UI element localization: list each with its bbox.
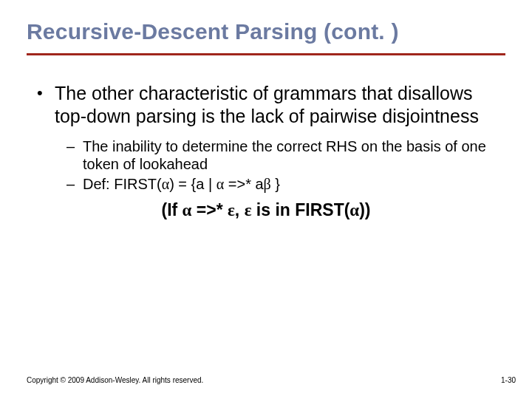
bullet-marker: •	[37, 82, 55, 127]
cen-p5: ))	[359, 200, 370, 219]
def-mid1: ) = {a |	[169, 176, 216, 192]
bullet-dash: –	[66, 137, 83, 174]
sub-bullet-list: – The inability to determine the correct…	[66, 137, 497, 193]
alpha-symbol: α	[162, 176, 169, 192]
bullet-level-2: – The inability to determine the correct…	[66, 137, 497, 174]
sub-bullet-def: Def: FIRST(α) = {a | α =>* aβ }	[83, 175, 497, 193]
alpha-symbol: α	[216, 176, 224, 192]
copyright-footer: Copyright © 2009 Addison-Wesley. All rig…	[27, 376, 203, 384]
title-divider	[27, 53, 505, 55]
bullet-text: The other characteristic of grammars tha…	[55, 82, 499, 127]
epsilon-symbol: ε	[245, 201, 252, 219]
slide-title: Recursive-Descent Parsing (cont. )	[27, 19, 505, 49]
bullet-level-2: – Def: FIRST(α) = {a | α =>* aβ }	[66, 175, 497, 193]
def-suffix: }	[271, 176, 280, 192]
epsilon-symbol: ε	[228, 201, 235, 219]
def-mid2: =>* a	[224, 176, 263, 192]
def-prefix: Def: FIRST(	[83, 176, 162, 192]
bullet-level-1: • The other characteristic of grammars t…	[37, 82, 499, 127]
beta-symbol: β	[264, 176, 271, 192]
cen-p1: (If	[161, 200, 182, 219]
alpha-symbol: α	[349, 201, 359, 219]
alpha-symbol: α	[183, 201, 192, 219]
slide: Recursive-Descent Parsing (cont. ) • The…	[0, 0, 532, 399]
bullet-dash: –	[66, 175, 83, 193]
cen-p3: ,	[235, 200, 245, 219]
sub-bullet-text: The inability to determine the correct R…	[83, 137, 497, 174]
centered-condition: (If α =>* ε, ε is in FIRST(α))	[27, 200, 505, 220]
cen-p2: =>*	[191, 200, 228, 219]
page-number: 1-30	[501, 376, 516, 384]
cen-p4: is in FIRST(	[251, 200, 349, 219]
